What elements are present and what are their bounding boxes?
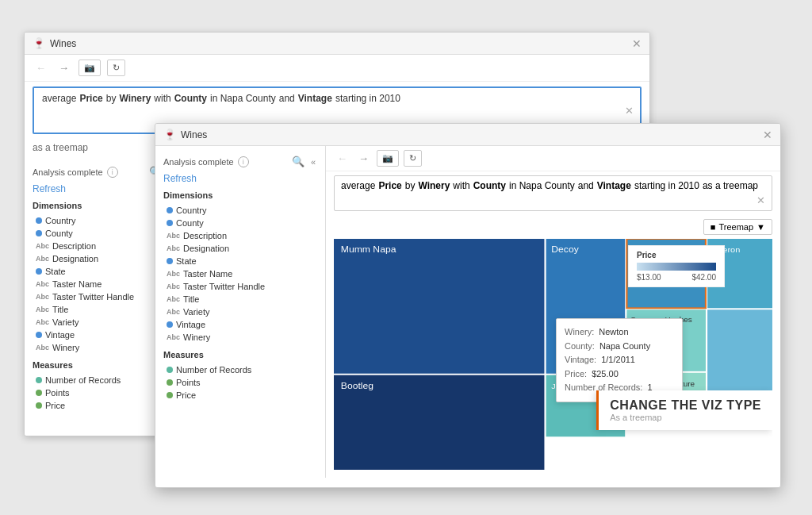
dim-taster-name[interactable]: AbcTaster Name [33,278,174,290]
cell-label-mumm-napa: Mumm Napa [341,245,396,254]
dot-icon [36,390,42,396]
fg-dim-description[interactable]: AbcDescription [163,229,317,242]
legend-min: $13.00 [637,273,661,282]
fg-info-icon[interactable]: i [238,156,249,167]
bg-toolbar: ← → 📷 ↻ [25,55,649,82]
fg-dim-winery[interactable]: AbcWinery [163,331,317,344]
viz-type-label: Treemap [719,222,754,232]
query-winery: Winery [119,93,151,104]
fg-search-button[interactable]: 🔍 [290,154,306,169]
bg-info-icon[interactable]: i [107,167,118,178]
fg-dim-state[interactable]: State [163,255,317,267]
tooltip-county-row: County: Napa County [565,340,674,354]
tooltip-vintage-row: Vintage: 1/1/2011 [565,353,674,367]
dim-description[interactable]: AbcDescription [33,240,174,252]
chevron-down-icon: ▼ [756,222,765,232]
fg-dim-designation[interactable]: AbcDesignation [163,242,317,255]
dim-taster-twitter[interactable]: AbcTaster Twitter Handle [33,290,174,303]
meas-price[interactable]: Price [33,399,174,412]
treemap-icon: ■ [710,222,716,232]
fg-dim-title[interactable]: AbcTitle [163,293,317,306]
query-bar-content: average Price by Winery with County in N… [42,93,632,104]
fg-dimensions-label: Dimensions [163,190,317,200]
image-button[interactable]: 📷 [79,60,101,76]
tooltip-price-label: Price: [565,367,587,382]
fg-dim-vintage[interactable]: Vintage [163,318,317,331]
bg-close-button[interactable]: ✕ [632,38,642,49]
refresh-icon-button[interactable]: ↻ [107,60,125,76]
foreground-window: 🍷 Wines ✕ Analysis complete i 🔍 « Refres… [155,123,781,488]
cell-label-decoy: Decoy [551,245,579,254]
fg-image-button[interactable]: 📷 [377,150,399,167]
dim-title[interactable]: AbcTitle [33,303,174,316]
fg-dim-county[interactable]: County [163,217,317,229]
fg-close-button[interactable]: ✕ [763,129,772,140]
fg-dim-taster-twitter[interactable]: AbcTaster Twitter Handle [163,280,317,293]
dot-icon [36,402,42,409]
meas-records[interactable]: Number of Records [33,374,174,386]
fg-collapse-button[interactable]: « [309,154,317,169]
fg-dimensions-list: Country County AbcDescription AbcDesigna… [163,204,317,344]
dot-icon [36,268,42,275]
fg-analysis-status: Analysis complete [163,157,234,167]
dim-vintage[interactable]: Vintage [33,329,174,341]
fg-meas-records[interactable]: Number of Records [163,363,317,376]
dot-icon [167,367,173,373]
dim-variety[interactable]: AbcVariety [33,316,174,329]
fg-refresh-link[interactable]: Refresh [163,173,317,184]
fg-titlebar: 🍷 Wines ✕ [155,124,780,146]
tooltip-price-value: $25.00 [592,367,619,382]
dot-icon [36,217,42,224]
query-in-napa: in Napa County [210,93,276,104]
bg-refresh-link[interactable]: Refresh [33,183,174,194]
bg-dimensions-label: Dimensions [33,201,174,210]
back-button[interactable]: ← [33,60,49,75]
dot-icon [167,392,173,398]
dot-icon [167,207,173,213]
change-viz-title: CHANGE THE VIZ TYPE [610,398,761,413]
viz-type-dropdown[interactable]: ■ Treemap ▼ [703,219,772,235]
tooltip-county-label: County: [565,340,595,354]
dim-country[interactable]: Country [33,214,174,227]
fg-refresh-icon-button[interactable]: ↻ [404,150,422,167]
fg-title-text: Wines [181,129,207,140]
treemap-cell-mumm-napa[interactable] [334,239,544,374]
dim-county[interactable]: County [33,227,174,240]
viz-controls: ■ Treemap ▼ [326,215,780,239]
query-average: average [42,93,76,104]
dot-icon [36,230,42,236]
cell-label-bootleg: Bootleg [341,382,373,390]
dim-winery[interactable]: AbcWinery [33,341,174,354]
fg-analysis-left: Analysis complete i [163,156,249,167]
tooltip-winery-row: Winery: Newton [565,325,674,340]
fg-measures-label: Measures [163,350,317,359]
fg-dim-variety[interactable]: AbcVariety [163,306,317,318]
bg-analysis-left: Analysis complete i [33,167,118,178]
wine-glass-icon: 🍷 [33,37,45,49]
fg-query-clear-button[interactable]: ✕ [756,194,765,206]
dim-designation[interactable]: AbcDesignation [33,252,174,265]
tooltip-vintage-label: Vintage: [565,353,596,367]
dim-state[interactable]: State [33,265,174,278]
fg-measures-list: Number of Records Points Price [163,363,317,402]
change-viz-type-banner: CHANGE THE VIZ TYPE As a treemap [596,390,772,430]
dot-icon [36,332,42,338]
query-clear-button[interactable]: ✕ [625,105,634,117]
tooltip-winery-value: Newton [599,325,628,340]
legend-labels: $13.00 $42.00 [637,273,716,282]
fg-back-button[interactable]: ← [334,151,350,166]
query-price: Price [79,93,102,104]
change-viz-subtitle: As a treemap [610,413,761,422]
fg-forward-button[interactable]: → [355,151,372,166]
forward-button[interactable]: → [56,60,72,75]
fg-dim-taster-name[interactable]: AbcTaster Name [163,267,317,280]
meas-points[interactable]: Points [33,386,174,399]
tooltip-price-row: Price: $25.00 [565,367,674,382]
fg-query-bar[interactable]: average Price by Winery with County in N… [334,175,772,211]
bg-titlebar: 🍷 Wines ✕ [25,33,649,55]
fg-dim-country[interactable]: Country [163,204,317,217]
fg-body: Analysis complete i 🔍 « Refresh Dimensio… [155,146,780,478]
fg-meas-price[interactable]: Price [163,389,317,402]
fg-meas-points[interactable]: Points [163,376,317,389]
dot-icon [167,379,173,386]
